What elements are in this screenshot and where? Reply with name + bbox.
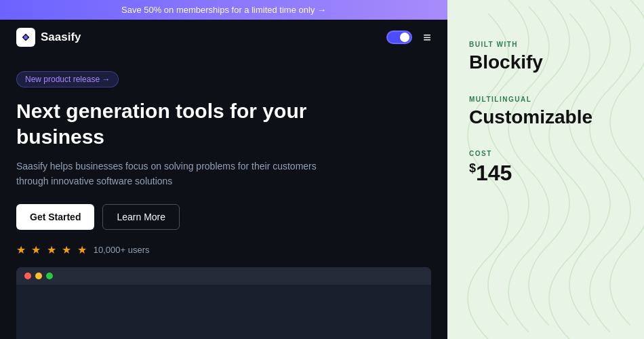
- hero-subtitle: Saasify helps businesses focus on solvin…: [16, 159, 342, 189]
- logo[interactable]: Saasify: [16, 28, 81, 47]
- browser-dot-yellow: [35, 273, 42, 279]
- toggle-knob: [400, 33, 409, 42]
- toggle-track[interactable]: [386, 31, 412, 44]
- cost-number: 145: [476, 161, 512, 185]
- hero-section: New product release → Next generation to…: [0, 55, 447, 267]
- dark-mode-toggle[interactable]: [386, 31, 412, 44]
- right-content: BUILT WITH Blockify MULTILINGUAL Customi…: [469, 0, 622, 208]
- navbar: Saasify ≡: [0, 20, 447, 55]
- cost-block: COST $145: [469, 150, 622, 186]
- browser-mockup: [16, 267, 431, 339]
- menu-icon[interactable]: ≡: [423, 31, 431, 44]
- multilingual-label: MULTILINGUAL: [469, 96, 622, 103]
- banner-text: Save 50% on memberships for a limited ti…: [121, 5, 326, 15]
- browser-dot-green: [46, 273, 53, 279]
- logo-text: Saasify: [41, 31, 81, 44]
- svg-point-0: [24, 35, 27, 39]
- release-badge[interactable]: New product release →: [16, 71, 119, 87]
- social-proof: ★ ★ ★ ★ ★ 10,000+ users: [16, 243, 431, 256]
- cost-label: COST: [469, 150, 622, 157]
- browser-dot-red: [24, 273, 31, 279]
- built-with-block: BUILT WITH Blockify: [469, 41, 622, 74]
- logo-icon: [16, 28, 35, 47]
- cost-currency: $: [469, 162, 476, 176]
- right-panel: BUILT WITH Blockify MULTILINGUAL Customi…: [447, 0, 644, 339]
- get-started-button[interactable]: Get Started: [16, 204, 94, 230]
- browser-content: [16, 285, 431, 325]
- star-rating: ★ ★ ★ ★ ★: [16, 243, 88, 256]
- release-badge-text: New product release →: [25, 75, 110, 84]
- multilingual-block: MULTILINGUAL Customizable: [469, 96, 622, 129]
- browser-bar: [16, 267, 431, 285]
- hero-title: Next generation tools for your business: [16, 98, 369, 149]
- cta-buttons: Get Started Learn More: [16, 204, 431, 230]
- nav-right: ≡: [386, 31, 431, 44]
- left-panel: Save 50% on memberships for a limited ti…: [0, 0, 447, 339]
- cost-value: $145: [469, 160, 622, 186]
- built-with-label: BUILT WITH: [469, 41, 622, 48]
- learn-more-button[interactable]: Learn More: [102, 204, 180, 230]
- built-with-value: Blockify: [469, 51, 622, 74]
- user-count: 10,000+ users: [94, 245, 150, 255]
- multilingual-value: Customizable: [469, 106, 622, 129]
- promo-banner[interactable]: Save 50% on memberships for a limited ti…: [0, 0, 447, 20]
